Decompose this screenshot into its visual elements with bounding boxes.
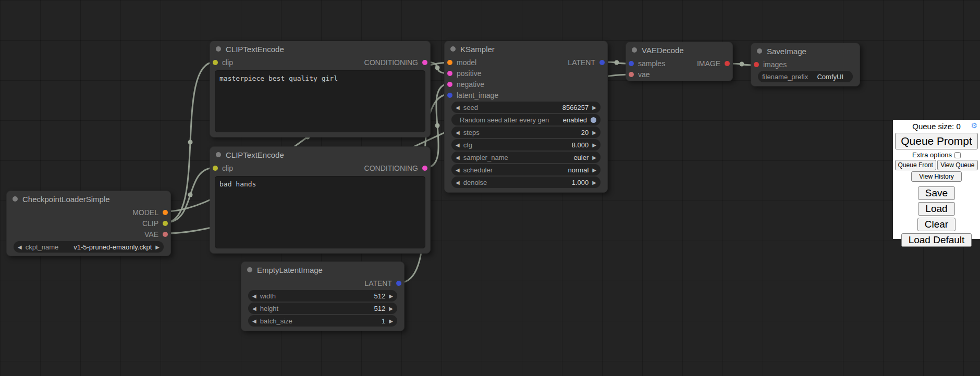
conditioning-slot-dot[interactable]	[422, 166, 427, 171]
denoise-widget[interactable]: ◀ denoise 1.000 ▶	[451, 177, 601, 188]
input-slot-positive[interactable]: positive	[447, 69, 481, 78]
arrow-left-icon[interactable]: ◀	[456, 180, 460, 185]
output-slot-image[interactable]: IMAGE	[697, 59, 730, 68]
input-slot-samples[interactable]: samples	[629, 59, 665, 68]
latent-slot-dot[interactable]	[629, 61, 634, 66]
node-checkpoint-loader[interactable]: CheckpointLoaderSimple MODEL CLIP VAE ◀ …	[6, 191, 171, 256]
arrow-left-icon[interactable]: ◀	[456, 105, 460, 110]
clip-slot-dot[interactable]	[213, 60, 218, 65]
arrow-right-icon[interactable]: ▶	[389, 306, 393, 311]
input-slot-model[interactable]: model	[447, 58, 476, 67]
queue-front-button[interactable]: Queue Front	[895, 160, 936, 170]
cfg-widget[interactable]: ◀ cfg 8.000 ▶	[451, 139, 601, 151]
output-slot-conditioning[interactable]: CONDITIONING	[364, 58, 427, 67]
clip-slot-dot[interactable]	[163, 221, 168, 226]
model-slot-dot[interactable]	[163, 210, 168, 215]
collapse-dot-icon[interactable]	[216, 46, 221, 52]
node-save-image[interactable]: SaveImage images filename_prefix ComfyUI	[751, 43, 860, 86]
arrow-right-icon[interactable]: ▶	[389, 293, 393, 299]
seed-widget[interactable]: ◀ seed 8566257 ▶	[451, 102, 601, 113]
arrow-right-icon[interactable]: ▶	[592, 105, 596, 110]
save-button[interactable]: Save	[918, 186, 955, 200]
output-slot-model[interactable]: MODEL	[132, 208, 168, 217]
view-queue-button[interactable]: View Queue	[937, 160, 978, 170]
ckpt-name-widget[interactable]: ◀ ckpt_name v1-5-pruned-emaonly.ckpt ▶	[14, 241, 164, 253]
arrow-right-icon[interactable]: ▶	[592, 180, 596, 185]
arrow-left-icon[interactable]: ◀	[456, 167, 460, 173]
arrow-left-icon[interactable]: ◀	[456, 130, 460, 135]
input-slot-images[interactable]: images	[754, 60, 787, 69]
scheduler-widget[interactable]: ◀ scheduler normal ▶	[451, 164, 601, 176]
arrow-right-icon[interactable]: ▶	[155, 244, 160, 250]
output-slot-vae[interactable]: VAE	[144, 230, 168, 239]
arrow-right-icon[interactable]: ▶	[389, 318, 393, 324]
node-title-bar[interactable]: VAEDecode	[626, 42, 732, 58]
collapse-dot-icon[interactable]	[13, 196, 18, 202]
arrow-right-icon[interactable]: ▶	[592, 167, 596, 173]
queue-prompt-button[interactable]: Queue Prompt	[895, 133, 978, 149]
prompt-textarea[interactable]: bad hands	[215, 176, 425, 248]
node-empty-latent-image[interactable]: EmptyLatentImage LATENT ◀ width 512 ▶ ◀ …	[241, 261, 405, 331]
latent-slot-dot[interactable]	[447, 93, 452, 98]
output-slot-clip[interactable]: CLIP	[142, 219, 168, 228]
vae-slot-dot[interactable]	[163, 232, 168, 237]
arrow-right-icon[interactable]: ▶	[592, 155, 596, 160]
arrow-right-icon[interactable]: ▶	[592, 142, 596, 148]
arrow-left-icon[interactable]: ◀	[252, 318, 256, 324]
graph-canvas[interactable]: CheckpointLoaderSimple MODEL CLIP VAE ◀ …	[0, 0, 980, 376]
arrow-left-icon[interactable]: ◀	[18, 244, 22, 250]
clear-button[interactable]: Clear	[917, 218, 956, 231]
conditioning-slot-dot[interactable]	[422, 60, 427, 65]
latent-slot-dot[interactable]	[396, 281, 401, 286]
node-title-bar[interactable]: SaveImage	[751, 43, 860, 59]
collapse-dot-icon[interactable]	[216, 152, 221, 157]
view-history-button[interactable]: View History	[911, 171, 961, 182]
clip-slot-dot[interactable]	[213, 166, 218, 171]
input-slot-clip[interactable]: clip	[213, 164, 233, 172]
node-clip-text-encode-negative[interactable]: CLIPTextEncode clip CONDITIONING bad han…	[210, 146, 431, 254]
model-slot-dot[interactable]	[447, 60, 452, 65]
arrow-left-icon[interactable]: ◀	[456, 142, 460, 148]
sampler-name-widget[interactable]: ◀ sampler_name euler ▶	[451, 152, 601, 163]
filename-prefix-widget[interactable]: filename_prefix ComfyUI	[758, 71, 853, 82]
settings-gear-icon[interactable]: ⚙	[971, 122, 977, 129]
collapse-dot-icon[interactable]	[757, 48, 762, 54]
collapse-dot-icon[interactable]	[247, 267, 252, 272]
latent-slot-dot[interactable]	[599, 60, 605, 65]
output-slot-latent[interactable]: LATENT	[364, 279, 401, 287]
height-widget[interactable]: ◀ height 512 ▶	[248, 303, 397, 314]
image-slot-dot[interactable]	[754, 62, 759, 67]
toggle-on-dot-icon[interactable]	[591, 117, 596, 123]
conditioning-slot-dot[interactable]	[447, 82, 452, 87]
load-button[interactable]: Load	[918, 202, 954, 216]
node-title-bar[interactable]: EmptyLatentImage	[241, 262, 404, 278]
steps-widget[interactable]: ◀ steps 20 ▶	[451, 127, 601, 138]
vae-slot-dot[interactable]	[629, 72, 634, 77]
output-slot-latent[interactable]: LATENT	[568, 58, 605, 67]
collapse-dot-icon[interactable]	[450, 46, 456, 52]
arrow-right-icon[interactable]: ▶	[592, 130, 596, 135]
node-title-bar[interactable]: CLIPTextEncode	[210, 41, 430, 57]
node-title-bar[interactable]: CLIPTextEncode	[210, 147, 430, 162]
node-title-bar[interactable]: KSampler	[445, 41, 607, 57]
node-vae-decode[interactable]: VAEDecode samples IMAGE vae	[626, 42, 733, 81]
arrow-left-icon[interactable]: ◀	[252, 306, 256, 311]
node-clip-text-encode-positive[interactable]: CLIPTextEncode clip CONDITIONING masterp…	[210, 41, 431, 137]
width-widget[interactable]: ◀ width 512 ▶	[248, 290, 397, 302]
node-ksampler[interactable]: KSampler model LATENT positive negative	[444, 41, 608, 193]
output-slot-conditioning[interactable]: CONDITIONING	[364, 164, 427, 172]
input-slot-latent-image[interactable]: latent_image	[447, 91, 498, 99]
input-slot-negative[interactable]: negative	[447, 80, 484, 89]
conditioning-slot-dot[interactable]	[447, 71, 452, 76]
batch-size-widget[interactable]: ◀ batch_size 1 ▶	[248, 315, 397, 327]
arrow-left-icon[interactable]: ◀	[252, 293, 256, 299]
arrow-left-icon[interactable]: ◀	[456, 155, 460, 160]
prompt-textarea[interactable]: masterpiece best quality girl	[215, 70, 425, 132]
node-title-bar[interactable]: CheckpointLoaderSimple	[7, 191, 170, 207]
input-slot-clip[interactable]: clip	[213, 58, 233, 67]
random-seed-toggle-widget[interactable]: Random seed after every gen enabled	[451, 114, 601, 126]
extra-options-checkbox[interactable]	[954, 152, 961, 158]
load-default-button[interactable]: Load Default	[901, 233, 972, 247]
input-slot-vae[interactable]: vae	[629, 70, 650, 79]
collapse-dot-icon[interactable]	[632, 47, 637, 53]
